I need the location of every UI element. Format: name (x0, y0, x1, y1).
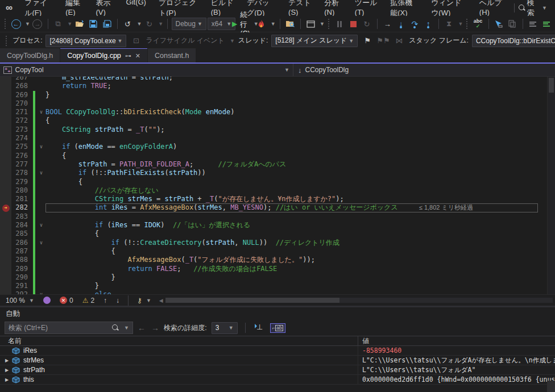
chevron-down-icon[interactable]: ▼ (67, 21, 72, 27)
breakpoint-margin[interactable] (0, 116, 11, 125)
breakpoint-margin[interactable]: ➜ (0, 203, 11, 212)
breakpoint-margin[interactable] (0, 143, 11, 151)
scroll-left-icon[interactable]: ◀ (159, 298, 163, 303)
expander-icon[interactable]: ▶ (0, 358, 10, 363)
error-count-button[interactable]: ✕0 (56, 295, 77, 306)
variable-row-iRes[interactable]: iRes-858993460 (0, 346, 555, 356)
code-line-277[interactable]: 277 strPath = PATH_DIR_FOLDER_A; //フォルダA… (0, 160, 547, 169)
prev-issue-button[interactable]: ↑ (100, 295, 110, 306)
chevron-down-icon[interactable]: ▼ (271, 21, 276, 27)
process-combo[interactable]: [24808] CopyTool.exe▼ (45, 35, 126, 47)
fold-collapse-icon[interactable]: ∨ (37, 221, 45, 230)
show-raw-text-button[interactable]: ⌐ab (270, 323, 285, 333)
stack-frame-combo[interactable]: CCopyToolDlg::bDirExistCheck (472, 35, 555, 47)
hot-reload-button[interactable] (255, 17, 268, 31)
current-statement-breakpoint-icon[interactable]: ➜ (2, 205, 10, 212)
tab-copytooldlg-cpp[interactable]: CopyToolDlg.cpp⊶✕ (60, 48, 147, 62)
code-line-272[interactable]: 272{ (0, 116, 547, 125)
search-input[interactable] (9, 324, 109, 332)
code-line-271[interactable]: 271∨BOOL CCopyToolDlg::bDirExistCheck(Mo… (0, 108, 547, 116)
breakpoint-margin[interactable] (0, 265, 11, 273)
restart-button[interactable]: ↻ (361, 17, 373, 31)
breakpoint-margin[interactable] (0, 91, 11, 99)
breakpoint-margin[interactable] (0, 160, 11, 169)
find-in-files-button[interactable] (284, 17, 296, 31)
code-cleanup-button[interactable]: ⚷▼ (134, 295, 155, 306)
variable-value[interactable]: L"C:\\Users\\tatsu\\フォルダA" (358, 366, 555, 374)
tab-constant-h[interactable]: Constant.h (148, 48, 196, 62)
code-line-279[interactable]: 279 { (0, 178, 547, 186)
member-dropdown[interactable]: ↓ CCopyToolDlg (293, 66, 353, 74)
thread-combo[interactable]: [5128] メイン スレッド▼ (271, 35, 358, 47)
column-header-name[interactable]: 名前 (0, 336, 358, 345)
column-header-value[interactable]: 値 (358, 336, 555, 345)
breakpoint-margin[interactable] (0, 230, 11, 238)
save-button[interactable] (87, 17, 100, 31)
toolbar-grip[interactable] (6, 36, 7, 46)
breakpoint-margin[interactable] (0, 195, 11, 203)
open-file-button[interactable] (73, 17, 86, 31)
project-dropdown[interactable]: ⁺₊ CopyTool ▼ (0, 64, 293, 76)
fold-collapse-icon[interactable]: ∨ (37, 290, 45, 294)
format-list-button[interactable] (527, 17, 539, 31)
navigate-back-button[interactable]: ← (10, 17, 22, 31)
step-into-button[interactable]: ↓ (395, 17, 407, 31)
zoom-selector[interactable]: 100 %▼ (2, 295, 38, 306)
close-icon[interactable]: ✕ (135, 52, 140, 60)
code-line-287[interactable]: 287 { (0, 247, 547, 256)
configuration-combo[interactable]: Debug▼ (172, 18, 206, 30)
copy-structure-button[interactable] (506, 17, 519, 31)
breakpoint-margin[interactable] (0, 77, 11, 82)
select-element-button[interactable] (492, 17, 505, 31)
editor-horizontal-scrollbar[interactable]: ◀ (159, 297, 553, 304)
breakpoint-margin[interactable] (0, 82, 11, 90)
pin-properties-button[interactable] (253, 321, 266, 335)
fold-collapse-icon[interactable]: ∨ (37, 169, 45, 177)
breakpoint-margin[interactable] (0, 178, 11, 186)
code-line-269[interactable]: 269} (0, 91, 547, 99)
code-line-285[interactable]: 285 { (0, 230, 547, 238)
flag-all-threads-button[interactable]: ⚑⚑ (377, 34, 390, 48)
autos-search-box[interactable]: ▼ (5, 322, 133, 334)
scrollbar-thumb[interactable] (165, 298, 340, 303)
chevron-down-icon[interactable]: ▼ (320, 21, 325, 27)
breakpoint-margin[interactable] (0, 239, 11, 247)
code-line-290[interactable]: 290 } (0, 273, 547, 282)
stop-button[interactable] (347, 17, 359, 31)
pause-button[interactable] (333, 17, 346, 31)
code-line-273[interactable]: 273 CString strPath = _T(""); (0, 126, 547, 134)
step-over-button[interactable]: ↷ (408, 17, 421, 31)
code-line-282[interactable]: ➜282 int iRes = AfxMessageBox(strMes, MB… (0, 203, 547, 212)
breakpoint-margin[interactable] (0, 273, 11, 282)
expander-icon[interactable]: ▶ (0, 377, 10, 382)
variable-row-strMes[interactable]: ▶strMesL"C:\\Users\\tatsu\\フォルダAが存在しません。… (0, 356, 555, 365)
code-line-275[interactable]: 275∨ if (enMode == enCopyFolderA) (0, 143, 547, 151)
code-line-291[interactable]: 291 } (0, 282, 547, 290)
diagnostics-button[interactable]: ⧗ (443, 17, 455, 31)
breakpoint-margin[interactable] (0, 247, 11, 256)
variable-value[interactable]: L"C:\\Users\\tatsu\\フォルダAが存在しません。\n作成します… (358, 356, 555, 365)
health-indicator-icon[interactable] (40, 295, 54, 306)
save-all-button[interactable] (101, 17, 113, 31)
breakpoint-margin[interactable] (0, 282, 11, 290)
undo-button[interactable]: ↺ (121, 17, 134, 31)
warning-count-button[interactable]: ⚠2 (79, 295, 98, 306)
code-line-283[interactable]: 283 (0, 212, 547, 221)
scrollbar-thumb[interactable] (549, 78, 554, 93)
breakpoint-margin[interactable] (0, 221, 11, 230)
code-line-278[interactable]: 278∨ if (!::PathFileExists(strPath)) (0, 169, 547, 177)
navigate-forward-button[interactable]: → (31, 17, 44, 31)
breakpoint-margin[interactable] (0, 212, 11, 221)
fold-collapse-icon[interactable]: ∨ (37, 108, 45, 116)
chevron-down-icon[interactable]: ▼ (158, 21, 163, 27)
step-out-button[interactable]: ↑ (422, 17, 434, 31)
tab-copytooldlg-h[interactable]: CopyToolDlg.h (0, 48, 60, 62)
continue-button[interactable]: ▶ 続行(C) ▼ (237, 17, 254, 31)
code-line-270[interactable]: 270 (0, 99, 547, 108)
flag-thread-button[interactable]: ⚑ (361, 34, 374, 48)
panel-scrollbar[interactable] (547, 381, 555, 392)
next-issue-button[interactable]: ↓ (113, 295, 123, 306)
breakpoint-margin[interactable] (0, 186, 11, 195)
fold-collapse-icon[interactable]: ∨ (37, 143, 45, 151)
breakpoint-margin[interactable] (0, 126, 11, 134)
